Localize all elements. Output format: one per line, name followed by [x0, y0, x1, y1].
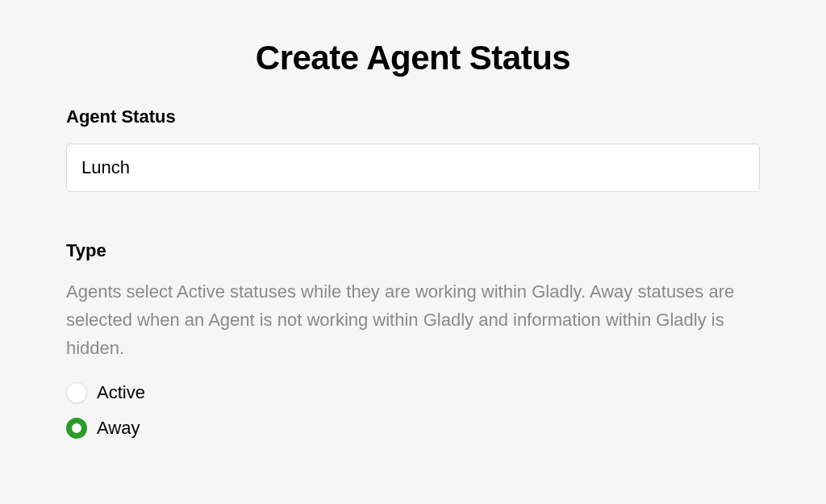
radio-option-active[interactable]: Active: [66, 382, 760, 403]
type-description: Agents select Active statuses while they…: [66, 277, 760, 363]
radio-icon: [66, 382, 87, 403]
radio-label-away: Away: [97, 418, 140, 439]
type-radio-group: Active Away: [66, 382, 760, 439]
radio-option-away[interactable]: Away: [66, 418, 760, 439]
radio-label-active: Active: [97, 382, 145, 403]
radio-icon: [66, 418, 87, 439]
create-agent-status-form: Create Agent Status Agent Status Type Ag…: [0, 0, 826, 439]
page-title: Create Agent Status: [66, 39, 760, 77]
agent-status-input[interactable]: [66, 144, 760, 192]
type-label: Type: [66, 240, 760, 261]
agent-status-label: Agent Status: [66, 106, 760, 127]
